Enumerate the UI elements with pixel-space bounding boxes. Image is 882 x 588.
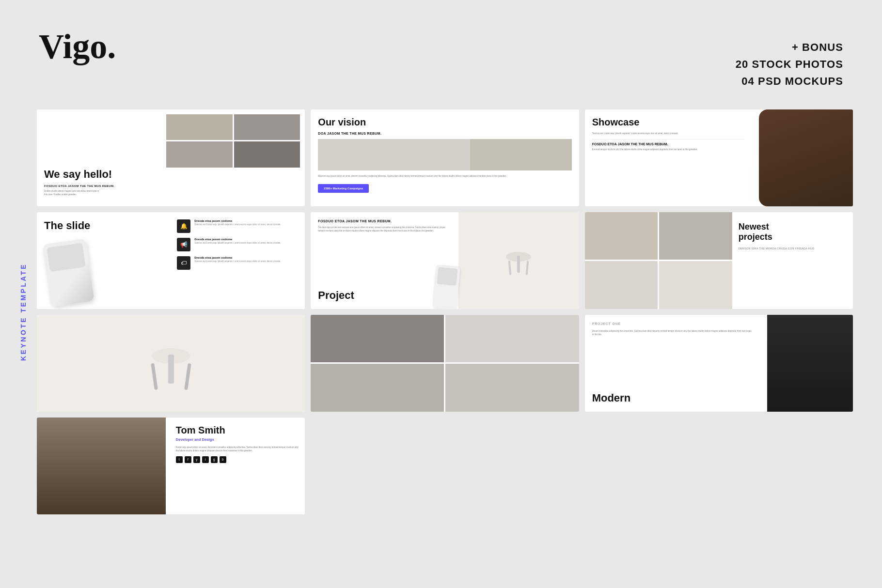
icon-row-1: 🔔 Dresda etoa jasom oxdome Sanctus est L… [177, 219, 298, 233]
vision-body: Maecen equ ipsum dolor sit amet, decem c… [318, 174, 571, 178]
icon-box-1: 🔔 [177, 219, 190, 233]
vision-img-hand [470, 139, 571, 170]
slide4-phone [42, 238, 94, 307]
side-label: KEYNOTE TEMPLATE [10, 109, 37, 514]
icon-text-1: Dresda etoa jasom oxdome Sanctus est Lor… [194, 219, 281, 227]
icon-text-3: Dresda etoa jasom oxdome Sanctus est Lor… [194, 256, 281, 263]
slide9-phone-strip [767, 315, 853, 412]
slide-card-1: We say hello! FOSDUO ETOA JASOM THE THE … [37, 109, 305, 206]
fashion-img-2 [445, 315, 579, 363]
proj-img-4 [659, 261, 732, 309]
main-content: KEYNOTE TEMPLATE We say hello! FOSDUO ET… [0, 109, 882, 534]
showcase-title: Showcase [592, 117, 744, 128]
slide-6-layout: Newest projects DERSON IDRA THE MORDA CR… [585, 212, 853, 309]
slide-card-8 [311, 315, 579, 412]
slide-10-layout: Tom Smith Developer and Design Foram equ… [37, 418, 305, 514]
social-icons-row: t f y i g b [176, 456, 299, 463]
phone-face [759, 109, 853, 206]
slide-1-text: We say hello! FOSDUO ETOA JASOM THE THE … [44, 168, 114, 197]
photo-3 [166, 141, 233, 168]
photo-2 [234, 114, 300, 140]
fashion-img-1 [311, 315, 444, 363]
tom-content: Tom Smith Developer and Design Foram equ… [176, 425, 299, 463]
slide5-phone [432, 264, 460, 309]
showcase-body1: Tanctus est Lorem equ 'plusith siqamet. … [592, 132, 744, 135]
proj-img-3 [585, 261, 658, 309]
chair-svg [504, 241, 533, 280]
proj-img-1 [585, 212, 658, 260]
slide5-chair [458, 212, 579, 309]
slide-5-layout: FOSDUO ETOA JASOM THE MUS REBUM. Ota lav… [311, 212, 579, 309]
tom-portrait [37, 418, 166, 514]
slide6-text: Newest projects DERSON IDRA THE MORDA CR… [739, 222, 846, 250]
project-subheading: FOSDUO ETOA JASOM THE MUS REBUM. [318, 219, 452, 223]
slide-card-10: Tom Smith Developer and Design Foram equ… [37, 418, 305, 514]
showcase-subheading: FOSDUO ETOA JASOM THE THE MUS REBUM. [592, 142, 744, 146]
social-google[interactable]: g [211, 456, 218, 463]
photo-1 [166, 114, 233, 140]
slide-1-photos [166, 114, 300, 168]
social-behance[interactable]: b [220, 456, 226, 463]
modern-title-area: Modern [592, 392, 630, 404]
vision-cta[interactable]: 2580+ Marketing Campaigns [318, 184, 369, 193]
divider-1 [592, 139, 744, 139]
slide-card-4: The slide 🔔 Dresda etoa jasom oxdome San… [37, 212, 305, 309]
photo-4 [234, 141, 300, 168]
bonus-line1: + BONUS [736, 39, 843, 56]
svg-rect-5 [168, 355, 174, 384]
tom-name: Tom Smith [176, 425, 299, 436]
brand-logo: Vigo. [39, 29, 116, 64]
sub-text-1: FOSDUO ETOA JASOM THE THE MUS REBUM. [44, 185, 114, 187]
slide9-content: PROJECT ONE Decon consolida subpissing t… [592, 322, 753, 336]
social-instagram[interactable]: i [202, 456, 209, 463]
slide4-icons: 🔔 Dresda etoa jasom oxdome Sanctus est L… [177, 219, 298, 275]
svg-rect-7 [184, 363, 191, 389]
slide-4-layout: The slide 🔔 Dresda etoa jasom oxdome San… [37, 212, 305, 309]
vision-image-box [318, 139, 571, 170]
social-twitter[interactable]: t [176, 456, 183, 463]
slides-grid: We say hello! FOSDUO ETOA JASOM THE THE … [37, 109, 853, 514]
slide-7-layout [37, 315, 305, 412]
big-chair-svg [147, 329, 195, 397]
slide-card-3: Showcase Tanctus est Lorem equ 'plusith … [585, 109, 853, 206]
icon-text-2: Dresda etoa jasom oxdome Sanctus est Lor… [194, 238, 281, 245]
social-youtube[interactable]: y [193, 456, 200, 463]
vision-img-main [318, 139, 470, 170]
svg-rect-1 [517, 256, 520, 273]
tom-role: Developer and Design [176, 437, 299, 442]
icon-row-2: 📢 Dresda etoa jasom oxdome Sanctus est L… [177, 238, 298, 251]
icon-box-2: 📢 [177, 238, 190, 251]
phone-strip-bg [767, 315, 853, 412]
slide5-content: FOSDUO ETOA JASOM THE MUS REBUM. Ota lav… [318, 219, 452, 232]
slide4-title-area: The slide [44, 219, 90, 232]
tom-body: Foram equ ipsum dolor sit amet, deconem … [176, 446, 299, 452]
slide9-body: Decon consolida subpissing the simprume.… [592, 329, 753, 336]
showcase-content: Showcase Tanctus est Lorem equ 'plusith … [592, 117, 744, 151]
svg-rect-2 [508, 260, 512, 275]
slide-card-2: Our vision DOA JASOM THE THE MUS REBUM. … [311, 109, 579, 206]
fashion-img-3 [311, 364, 444, 412]
social-facebook[interactable]: f [185, 456, 191, 463]
slide-3-layout: Showcase Tanctus est Lorem equ 'plusith … [585, 109, 853, 206]
svg-rect-6 [151, 363, 158, 389]
vision-subheading: DOA JASOM THE THE MUS REBUM. [318, 132, 571, 135]
svg-rect-3 [526, 260, 529, 275]
project-body: Ota lave equ utt decmet seciave eno ipsu… [318, 226, 452, 232]
slide6-images [585, 212, 732, 309]
slide8-photo-grid [311, 315, 579, 412]
icon-row-3: 🏷 Dresda etoa jasom oxdome Sanctus est L… [177, 256, 298, 270]
slide-8-layout [311, 315, 579, 412]
slide-card-7 [37, 315, 305, 412]
project-one-label: PROJECT ONE [592, 322, 753, 325]
vision-title: Our vision [318, 117, 571, 128]
slide-1-layout: We say hello! FOSDUO ETOA JASOM THE THE … [37, 109, 305, 206]
newest-subtitle: DERSON IDRA THE MORDA CRUDA CON FRISADA … [739, 247, 846, 250]
bonus-line3: 04 PSD MOCKUPS [736, 73, 843, 90]
phone-screen [47, 243, 85, 272]
portrait-bg [37, 418, 166, 514]
icon-box-3: 🏷 [177, 256, 190, 270]
showcase-body2: Emmod tempor involunt ulny the labore el… [592, 148, 744, 151]
phone5-screen [437, 267, 457, 285]
newest-title: Newest projects [739, 222, 846, 243]
hello-text: We say hello! [44, 168, 114, 181]
